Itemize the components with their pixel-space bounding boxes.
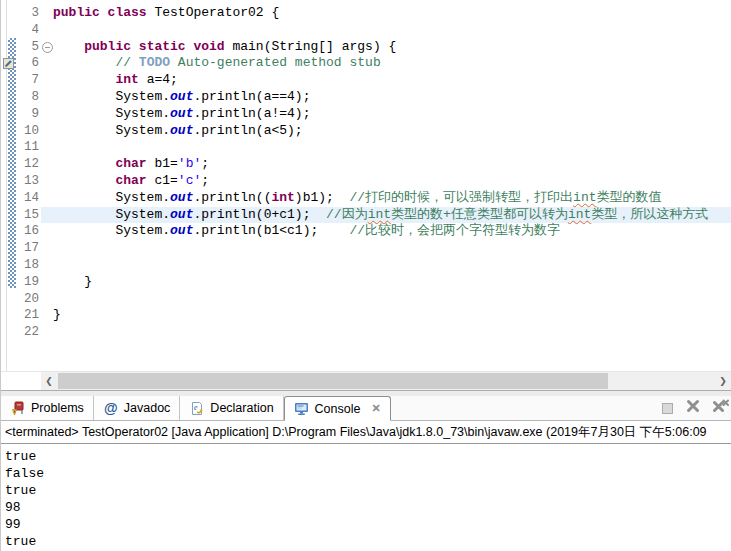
remove-launch-button[interactable] xyxy=(686,399,700,417)
code-line-22[interactable] xyxy=(53,324,731,341)
code-line-13[interactable]: char c1='c'; xyxy=(53,173,731,190)
code-line-12[interactable]: char b1='b'; xyxy=(53,156,731,173)
code-line-3[interactable]: public class TestOperator02 { xyxy=(53,5,731,22)
tab-console[interactable]: Console ✕ xyxy=(284,396,391,421)
console-launch-header: <terminated> TestOperator02 [Java Applic… xyxy=(1,421,731,444)
code-line-20[interactable] xyxy=(53,291,731,308)
scrollbar-corner xyxy=(1,372,41,390)
remove-all-terminated-icon[interactable] xyxy=(713,399,729,417)
close-icon[interactable]: ✕ xyxy=(371,403,380,414)
tab-label: Javadoc xyxy=(124,401,171,415)
code-line-9[interactable]: System.out.println(a!=4); xyxy=(53,106,731,123)
scroll-right-button[interactable]: ❯ xyxy=(715,372,731,390)
todo-task-marker-icon[interactable] xyxy=(2,56,15,69)
line-number: 17 xyxy=(17,240,39,257)
line-number: 21 xyxy=(17,307,39,324)
code-line-14[interactable]: System.out.println((int)b1); //打印的时候，可以强… xyxy=(53,190,731,207)
line-number: 15 xyxy=(17,207,39,224)
tab-label: Console xyxy=(315,402,361,416)
code-line-11[interactable] xyxy=(53,139,731,156)
eclipse-window: 345678910111213141516171819202122 public… xyxy=(0,0,731,551)
line-number: 18 xyxy=(17,257,39,274)
line-number: 3 xyxy=(17,5,39,22)
console-icon xyxy=(294,401,310,417)
code-area[interactable]: public class TestOperator02 { public sta… xyxy=(53,5,731,341)
line-number: 19 xyxy=(17,274,39,291)
code-line-15[interactable]: System.out.println(0+c1); //因为int类型的数+任意… xyxy=(41,207,731,224)
line-number: 10 xyxy=(17,123,39,140)
fold-collapse-icon[interactable] xyxy=(42,42,53,53)
code-line-18[interactable] xyxy=(53,257,731,274)
console-output-line: 99 xyxy=(5,516,731,533)
code-line-5[interactable]: public static void main(String[] args) { xyxy=(53,39,731,56)
line-number: 13 xyxy=(17,173,39,190)
code-line-7[interactable]: int a=4; xyxy=(53,72,731,89)
range-indicator xyxy=(8,38,16,288)
bottom-view-tabbar: Problems @ Javadoc e Declaration xyxy=(1,396,731,421)
line-number: 8 xyxy=(17,89,39,106)
tab-declaration[interactable]: e Declaration xyxy=(180,396,283,420)
scrollbar-thumb[interactable] xyxy=(58,373,608,389)
console-output[interactable]: truefalsetrue9899true xyxy=(1,444,731,551)
line-number: 9 xyxy=(17,106,39,123)
line-number: 12 xyxy=(17,156,39,173)
line-number: 6 xyxy=(17,55,39,72)
code-line-17[interactable] xyxy=(53,240,731,257)
line-number: 14 xyxy=(17,190,39,207)
code-line-8[interactable]: System.out.println(a==4); xyxy=(53,89,731,106)
code-line-21[interactable]: } xyxy=(53,307,731,324)
terminate-button[interactable] xyxy=(662,403,673,414)
javadoc-icon: @ xyxy=(103,400,119,416)
console-output-line: false xyxy=(5,465,731,482)
line-number-ruler[interactable]: 345678910111213141516171819202122 xyxy=(17,5,39,341)
console-output-line: true xyxy=(5,482,731,499)
line-number: 11 xyxy=(17,139,39,156)
tab-problems[interactable]: Problems xyxy=(1,396,94,420)
tab-label: Problems xyxy=(31,401,84,415)
code-line-19[interactable]: } xyxy=(53,274,731,291)
console-output-line: 98 xyxy=(5,499,731,516)
problems-icon xyxy=(10,400,26,416)
scroll-left-button[interactable]: ❮ xyxy=(41,372,57,390)
tab-javadoc[interactable]: @ Javadoc xyxy=(94,396,181,420)
line-number: 5 xyxy=(17,39,39,56)
code-line-10[interactable]: System.out.println(a<5); xyxy=(53,123,731,140)
tab-label: Declaration xyxy=(210,401,273,415)
console-output-line: true xyxy=(5,448,731,465)
annotation-ruler[interactable] xyxy=(1,0,17,371)
svg-text:e: e xyxy=(194,403,198,412)
code-line-16[interactable]: System.out.println(b1<c1); //比较时，会把两个字符型… xyxy=(53,223,731,240)
line-number: 20 xyxy=(17,291,39,308)
horizontal-scrollbar[interactable]: ❮ ❯ xyxy=(1,371,731,390)
code-line-6[interactable]: // TODO Auto-generated method stub xyxy=(53,55,731,72)
console-output-line: true xyxy=(5,533,731,550)
declaration-icon: e xyxy=(189,400,205,416)
line-number: 7 xyxy=(17,72,39,89)
line-number: 22 xyxy=(17,324,39,341)
line-number: 4 xyxy=(17,22,39,39)
code-line-4[interactable] xyxy=(53,22,731,39)
java-editor[interactable]: 345678910111213141516171819202122 public… xyxy=(1,0,731,371)
line-number: 16 xyxy=(17,223,39,240)
console-toolbar xyxy=(662,399,729,417)
